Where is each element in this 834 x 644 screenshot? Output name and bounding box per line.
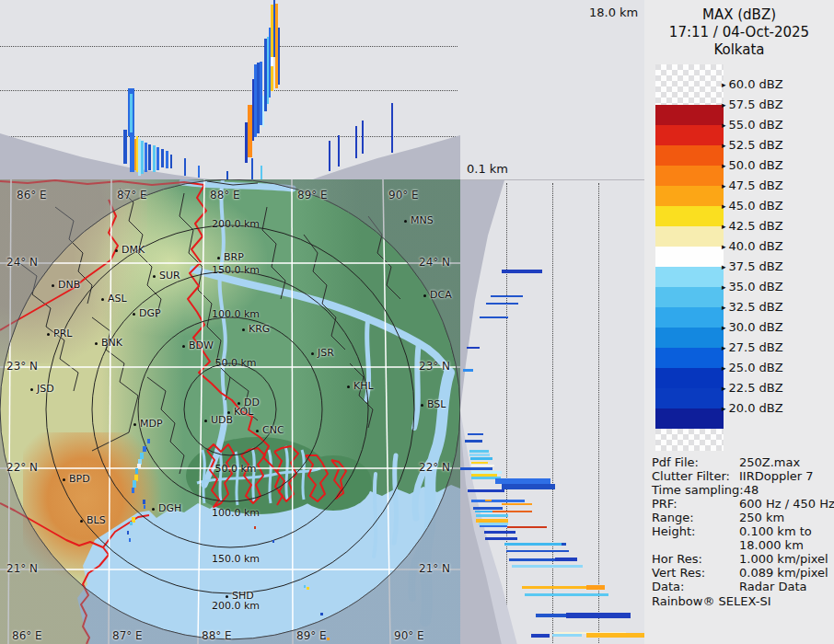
legend-tick-arrow: ▸ bbox=[722, 80, 726, 89]
longitude-line bbox=[109, 179, 111, 644]
legend-entry: ▸52.5 dBZ bbox=[722, 138, 783, 152]
legend-entry-label: 32.5 dBZ bbox=[729, 300, 783, 314]
info-value: 250 km bbox=[739, 511, 784, 524]
city-label-mns: MNS bbox=[411, 214, 434, 226]
longitude-label: 86° E bbox=[17, 189, 47, 201]
latitude-label: 24° N bbox=[6, 256, 38, 269]
city-dot-dd bbox=[237, 402, 240, 405]
legend-swatch bbox=[655, 267, 724, 287]
echo-bar bbox=[502, 503, 532, 505]
echo-speck bbox=[135, 468, 138, 474]
city-dot-brp bbox=[217, 257, 220, 259]
legend-sidebar: MAX (dBZ) 17:11 / 04-Oct-2025 Kolkata ▸6… bbox=[644, 0, 834, 644]
city-dot-jsd bbox=[30, 388, 33, 391]
legend-swatch bbox=[655, 226, 724, 247]
latitude-label: 23° N bbox=[419, 360, 450, 373]
echo-bar bbox=[586, 585, 605, 590]
echo-bar bbox=[480, 525, 507, 527]
legend-tick-arrow: ▸ bbox=[722, 201, 726, 211]
legend-tick-arrow: ▸ bbox=[722, 303, 726, 312]
city-label-bnk: BNK bbox=[101, 337, 122, 349]
echo-bar bbox=[141, 141, 144, 174]
echo-bar bbox=[156, 147, 159, 170]
latitude-label: 21° N bbox=[419, 562, 450, 575]
info-label: Time sampling:48 bbox=[652, 483, 759, 497]
ring-label-south: 50.0 km bbox=[214, 463, 256, 475]
legend-swatch bbox=[655, 145, 724, 166]
legend-entry: ▸57.5 dBZ bbox=[722, 98, 783, 111]
legend-entry: ▸35.0 dBZ bbox=[722, 280, 783, 293]
ring-label-south: 150.0 km bbox=[212, 553, 260, 565]
city-dot-sur bbox=[153, 275, 156, 278]
ring-label-north: 100.0 km bbox=[212, 308, 260, 320]
echo-bar bbox=[226, 171, 228, 179]
echo-bar bbox=[463, 369, 473, 372]
city-dot-cnc bbox=[256, 430, 259, 432]
legend-swatch bbox=[655, 307, 724, 328]
city-dot-bnk bbox=[95, 342, 98, 345]
legend-swatch bbox=[655, 125, 724, 145]
echo-bar bbox=[278, 28, 280, 85]
legend-tick-arrow: ▸ bbox=[722, 363, 726, 373]
echo-speck bbox=[144, 505, 145, 509]
echo-bar bbox=[468, 433, 483, 435]
height-gridline bbox=[598, 183, 599, 644]
legend-entry-label: 52.5 dBZ bbox=[729, 138, 783, 152]
ring-label-south: 100.0 km bbox=[212, 507, 260, 519]
echo-bar bbox=[507, 526, 547, 528]
echo-bar bbox=[166, 151, 168, 168]
legend-entry: ▸42.5 dBZ bbox=[722, 219, 783, 233]
legend-swatch bbox=[655, 186, 724, 206]
city-label-kol: KOL bbox=[234, 406, 253, 418]
ring-label-north: 50.0 km bbox=[214, 357, 256, 369]
info-value: IIRDoppler 7 bbox=[739, 469, 814, 483]
city-label-cnc: CNC bbox=[262, 424, 284, 436]
echo-bar bbox=[467, 347, 480, 349]
legend-tick-arrow: ▸ bbox=[722, 262, 726, 271]
legend-entry: ▸40.0 dBZ bbox=[722, 239, 783, 253]
software-brand: Rainbow® SELEX-SI bbox=[652, 594, 771, 608]
echo-bar bbox=[130, 94, 133, 132]
echo-bar bbox=[476, 514, 508, 517]
echo-speck bbox=[127, 531, 129, 535]
echo-bar bbox=[555, 558, 577, 561]
legend-entry-label: 37.5 dBZ bbox=[729, 259, 783, 273]
echo-bar bbox=[329, 141, 330, 171]
legend-entry-label: 60.0 dBZ bbox=[729, 77, 783, 91]
latitude-label: 21° N bbox=[6, 562, 38, 575]
city-label-bdw: BDW bbox=[189, 339, 214, 351]
city-dot-prl bbox=[47, 333, 50, 336]
longitude-label: 87° E bbox=[117, 189, 147, 201]
legend-tick-arrow: ▸ bbox=[722, 242, 726, 251]
legend-entry-label: 20.0 dBZ bbox=[729, 401, 783, 415]
echo-bar bbox=[469, 454, 490, 456]
echo-bar bbox=[506, 550, 569, 552]
legend-tick-arrow: ▸ bbox=[722, 323, 726, 332]
legend-swatch bbox=[655, 287, 724, 307]
echo-speck bbox=[307, 587, 309, 590]
echo-speck bbox=[272, 540, 274, 543]
height-gridline bbox=[552, 183, 553, 644]
echo-bar bbox=[586, 633, 644, 638]
range-ring-250km bbox=[0, 179, 460, 639]
longitude-line bbox=[198, 179, 204, 644]
legend-color-scale bbox=[655, 64, 724, 451]
product-header: MAX (dBZ) 17:11 / 04-Oct-2025 Kolkata bbox=[644, 6, 834, 59]
city-dot-jsr bbox=[311, 352, 314, 355]
range-ring-200km bbox=[46, 225, 414, 593]
legend-swatch bbox=[655, 166, 724, 186]
legend-entry: ▸50.0 dBZ bbox=[722, 158, 783, 172]
city-label-jsd: JSD bbox=[37, 383, 54, 395]
echo-bar bbox=[480, 316, 508, 318]
radar-display-window: { "colors":{"accent_red_border":"#e51c1c… bbox=[0, 0, 834, 644]
max-height-label: 18.0 km bbox=[589, 6, 638, 19]
city-dot-dca bbox=[423, 294, 426, 297]
legend-entry-label: 45.0 dBZ bbox=[729, 199, 783, 213]
longitude-line bbox=[292, 179, 293, 644]
legend-entry: ▸37.5 dBZ bbox=[722, 259, 783, 273]
echo-speck bbox=[143, 446, 146, 452]
echo-bar bbox=[198, 166, 200, 178]
info-label: Pdf File: bbox=[652, 455, 699, 469]
echo-bar bbox=[470, 457, 492, 460]
scale-corner-area: 18.0 km 0.1 km bbox=[460, 0, 644, 179]
